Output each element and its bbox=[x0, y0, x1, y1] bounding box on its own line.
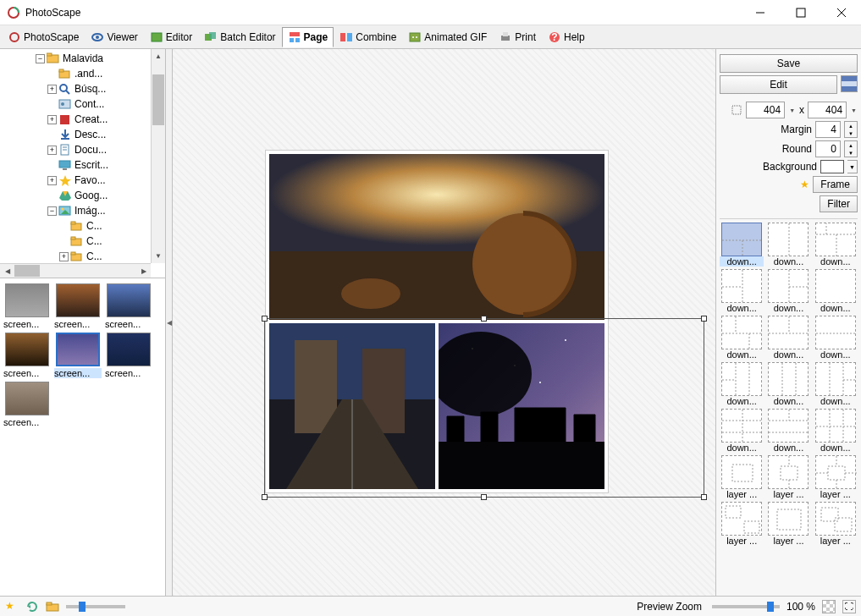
thumbnail-item[interactable]: screen... bbox=[105, 283, 152, 329]
thumbnail-item[interactable]: screen... bbox=[54, 333, 102, 378]
tree-item[interactable]: −Malavida bbox=[0, 51, 165, 66]
layout-template[interactable]: layer ... bbox=[766, 502, 810, 546]
tab-print[interactable]: Print bbox=[493, 27, 542, 47]
layout-template[interactable]: down... bbox=[814, 362, 858, 406]
layout-template[interactable]: down... bbox=[814, 269, 858, 313]
width-dropdown-icon[interactable]: ▼ bbox=[788, 107, 796, 113]
layout-template[interactable]: layer ... bbox=[814, 455, 858, 499]
round-input[interactable] bbox=[815, 140, 841, 157]
layout-template[interactable]: down... bbox=[720, 409, 764, 453]
panel-collapse-handle[interactable]: ◀ bbox=[166, 49, 173, 596]
thumbnail-item[interactable]: screen... bbox=[3, 333, 51, 378]
thumbnail-item[interactable]: screen... bbox=[54, 283, 102, 329]
folder-icon[interactable] bbox=[46, 600, 59, 613]
resize-handle-nw[interactable] bbox=[262, 316, 268, 322]
scroll-left-icon[interactable]: ◀ bbox=[0, 264, 14, 278]
layout-template[interactable]: down... bbox=[766, 362, 810, 406]
maximize-button[interactable] bbox=[788, 3, 814, 23]
layout-template[interactable]: down... bbox=[814, 223, 858, 267]
tab-viewer[interactable]: Viewer bbox=[85, 27, 143, 47]
layout-template[interactable]: down... bbox=[720, 362, 764, 406]
tab-page[interactable]: Page bbox=[282, 27, 334, 47]
background-dropdown-icon[interactable]: ▼ bbox=[847, 160, 858, 173]
expand-icon[interactable]: + bbox=[47, 85, 57, 94]
tab-animated-gif[interactable]: Animated GIF bbox=[402, 27, 493, 47]
tree-item[interactable]: C... bbox=[0, 218, 165, 234]
tab-combine[interactable]: Combine bbox=[334, 27, 402, 47]
resize-handle-s[interactable] bbox=[481, 494, 487, 500]
selection-box[interactable] bbox=[264, 318, 704, 498]
scroll-right-icon[interactable]: ▶ bbox=[136, 264, 151, 278]
expand-icon[interactable]: + bbox=[59, 252, 69, 261]
resize-handle-se[interactable] bbox=[701, 494, 707, 500]
tab-photoscape[interactable]: PhotoScape bbox=[2, 27, 85, 47]
tree-item[interactable]: Desc... bbox=[0, 127, 165, 142]
thumbnail-size-slider[interactable] bbox=[66, 605, 125, 608]
width-input[interactable] bbox=[746, 102, 785, 118]
layout-mode-icon[interactable] bbox=[841, 75, 858, 92]
tree-item[interactable]: Escrit... bbox=[0, 157, 165, 173]
tree-item[interactable]: −Imág... bbox=[0, 203, 165, 218]
tree-item[interactable]: Cont... bbox=[0, 96, 165, 112]
tree-item[interactable]: +Búsq... bbox=[0, 81, 165, 96]
background-color-swatch[interactable] bbox=[820, 160, 844, 173]
layout-template[interactable]: down... bbox=[766, 409, 810, 453]
canvas[interactable] bbox=[173, 49, 715, 596]
tree-item[interactable]: +Docu... bbox=[0, 142, 165, 157]
close-button[interactable] bbox=[829, 3, 854, 23]
layout-template[interactable]: layer ... bbox=[720, 502, 764, 546]
zoom-slider-thumb[interactable] bbox=[767, 602, 774, 612]
margin-input[interactable] bbox=[815, 121, 841, 138]
rotate-icon[interactable] bbox=[25, 600, 39, 613]
fullscreen-icon[interactable]: ⛶ bbox=[842, 600, 856, 613]
tree-item[interactable]: +C... bbox=[0, 249, 165, 264]
height-dropdown-icon[interactable]: ▼ bbox=[850, 107, 858, 113]
layout-template[interactable]: down... bbox=[720, 269, 764, 313]
layout-template[interactable]: down... bbox=[814, 409, 858, 453]
tab-help[interactable]: ?Help bbox=[542, 27, 591, 47]
resize-handle-n[interactable] bbox=[481, 316, 487, 322]
layout-template[interactable]: layer ... bbox=[720, 455, 764, 499]
layout-template[interactable]: down... bbox=[766, 316, 810, 360]
filter-button[interactable]: Filter bbox=[820, 195, 858, 212]
favorite-icon[interactable]: ★ bbox=[5, 600, 19, 613]
tree-scrollbar-horizontal[interactable]: ◀ ▶ bbox=[0, 263, 151, 278]
scroll-down-icon[interactable]: ▼ bbox=[152, 249, 165, 263]
collage-cell-1[interactable] bbox=[269, 154, 604, 320]
scroll-thumb[interactable] bbox=[152, 74, 164, 125]
resize-handle-sw[interactable] bbox=[262, 494, 268, 500]
link-dimensions-icon[interactable] bbox=[731, 104, 742, 116]
tree-item[interactable]: .and... bbox=[0, 66, 165, 81]
frame-button[interactable]: Frame bbox=[813, 176, 858, 193]
transparency-icon[interactable] bbox=[822, 600, 836, 613]
tab-batch-editor[interactable]: Batch Editor bbox=[198, 27, 281, 47]
layout-template[interactable]: down... bbox=[766, 223, 810, 267]
thumbnail-item[interactable]: screen... bbox=[3, 382, 51, 427]
folder-tree[interactable]: −Malavida.and...+Búsq...Cont...+Creat...… bbox=[0, 49, 165, 278]
layout-template[interactable]: layer ... bbox=[766, 455, 810, 499]
tree-item[interactable]: +Favo... bbox=[0, 173, 165, 188]
resize-handle-ne[interactable] bbox=[701, 316, 707, 322]
tree-item[interactable]: +Creat... bbox=[0, 112, 165, 127]
expand-icon[interactable]: + bbox=[47, 146, 57, 155]
save-button[interactable]: Save bbox=[720, 54, 858, 73]
layout-template[interactable]: down... bbox=[814, 316, 858, 360]
thumbnail-item[interactable]: screen... bbox=[105, 333, 152, 378]
minimize-button[interactable] bbox=[748, 3, 773, 23]
layout-template[interactable]: layer ... bbox=[814, 502, 858, 546]
tree-scrollbar-vertical[interactable]: ▲ ▼ bbox=[151, 49, 165, 263]
round-spinner[interactable]: ▲▼ bbox=[844, 140, 858, 157]
layout-template[interactable]: down... bbox=[720, 223, 764, 267]
expand-icon[interactable]: + bbox=[47, 115, 57, 124]
tab-editor[interactable]: Editor bbox=[144, 27, 198, 47]
edit-button[interactable]: Edit bbox=[720, 75, 837, 94]
layout-template[interactable]: down... bbox=[766, 269, 810, 313]
layout-template[interactable]: down... bbox=[720, 316, 764, 360]
thumbnail-item[interactable]: screen... bbox=[3, 283, 51, 329]
tree-item[interactable]: Goog... bbox=[0, 188, 165, 203]
tree-item[interactable]: C... bbox=[0, 234, 165, 249]
margin-spinner[interactable]: ▲▼ bbox=[844, 121, 858, 138]
zoom-slider[interactable] bbox=[712, 605, 780, 608]
scroll-thumb-h[interactable] bbox=[14, 265, 40, 277]
slider-thumb[interactable] bbox=[79, 602, 86, 612]
